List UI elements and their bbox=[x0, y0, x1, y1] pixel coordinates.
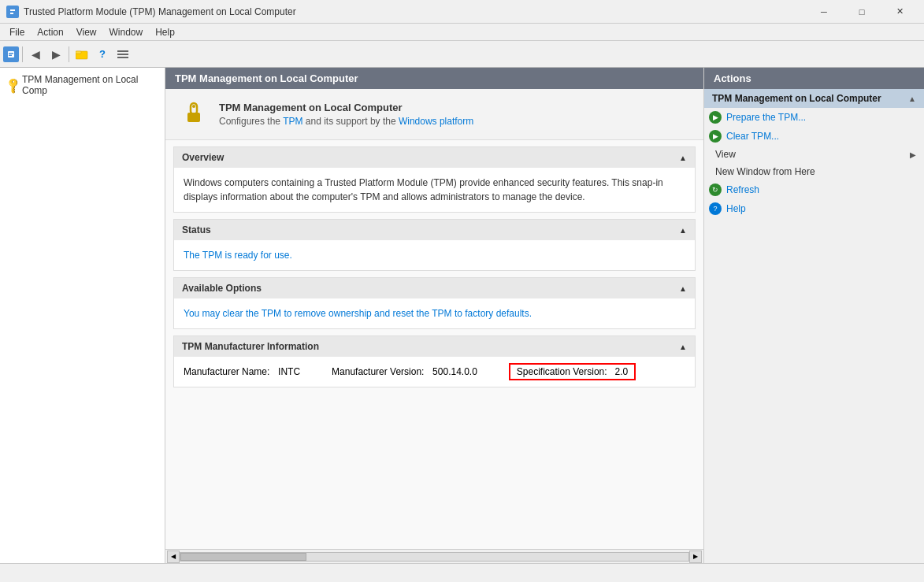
scroll-left-arrow[interactable]: ◀ bbox=[167, 550, 180, 563]
scroll-right-arrow[interactable]: ▶ bbox=[689, 550, 702, 563]
refresh-icon: ↻ bbox=[709, 183, 722, 196]
scrollbar-track[interactable] bbox=[180, 552, 689, 562]
menu-action[interactable]: Action bbox=[31, 24, 69, 41]
status-text: The TPM is ready for use. bbox=[184, 248, 685, 262]
scrollbar-thumb[interactable] bbox=[180, 553, 306, 561]
menu-help[interactable]: Help bbox=[149, 24, 181, 41]
manufacturer-section-header[interactable]: TPM Manufacturer Information ▲ bbox=[174, 336, 695, 357]
options-text: You may clear the TPM to remove ownershi… bbox=[184, 306, 685, 321]
menu-file[interactable]: File bbox=[3, 24, 31, 41]
status-section: Status ▲ The TPM is ready for use. bbox=[173, 219, 696, 271]
maximize-button[interactable]: □ bbox=[844, 4, 880, 20]
svg-rect-10 bbox=[117, 54, 128, 55]
app-icon bbox=[6, 6, 19, 18]
available-options-section-header[interactable]: Available Options ▲ bbox=[174, 278, 695, 298]
sidebar-item-tpm[interactable]: 🔑 TPM Management on Local Comp bbox=[0, 71, 165, 99]
title-bar: Trusted Platform Module (TPM) Management… bbox=[0, 0, 924, 24]
svg-rect-11 bbox=[117, 57, 128, 58]
back-button[interactable]: ◀ bbox=[26, 45, 45, 64]
view-label: View bbox=[715, 149, 736, 160]
list-btn[interactable] bbox=[113, 45, 132, 64]
manufacturer-collapse-icon: ▲ bbox=[679, 343, 687, 351]
svg-rect-0 bbox=[9, 8, 17, 16]
windows-platform-link[interactable]: Windows platform bbox=[399, 116, 473, 127]
menu-bar: File Action View Window Help bbox=[0, 24, 924, 41]
status-bar bbox=[0, 563, 924, 582]
forward-button[interactable]: ▶ bbox=[46, 45, 65, 64]
bottom-scrollbar: ◀ ▶ bbox=[165, 549, 703, 563]
prepare-tpm-label: Prepare the TPM... bbox=[726, 112, 806, 123]
spec-version-label: Specification Version: bbox=[517, 366, 612, 377]
main-container: 🔑 TPM Management on Local Comp TPM Manag… bbox=[0, 68, 924, 563]
tpm-header-icon bbox=[178, 98, 210, 130]
overview-collapse-icon: ▲ bbox=[679, 154, 687, 162]
actions-collapse-arrow: ▲ bbox=[908, 95, 916, 103]
question-btn[interactable]: ? bbox=[93, 45, 112, 64]
status-collapse-icon: ▲ bbox=[679, 226, 687, 235]
tpm-info-text: TPM Management on Local Computer Configu… bbox=[219, 102, 473, 127]
manufacturer-name-value: INTC bbox=[278, 366, 300, 377]
action-prepare-tpm[interactable]: ▶ Prepare the TPM... bbox=[704, 108, 924, 127]
minimize-button[interactable]: ─ bbox=[806, 4, 842, 20]
toolbar-separator-1 bbox=[22, 46, 23, 62]
sidebar-item-label: TPM Management on Local Comp bbox=[22, 74, 158, 96]
action-clear-tpm[interactable]: ▶ Clear TPM... bbox=[704, 127, 924, 146]
sidebar: 🔑 TPM Management on Local Comp bbox=[0, 68, 165, 563]
tpm-link[interactable]: TPM bbox=[283, 116, 302, 127]
manufacturer-version-item: Manufacturer Version: 500.14.0.0 bbox=[332, 366, 477, 377]
window-controls: ─ □ ✕ bbox=[806, 4, 918, 20]
svg-rect-2 bbox=[10, 13, 13, 14]
overview-section-content: Windows computers containing a Trusted P… bbox=[174, 168, 695, 212]
action-refresh[interactable]: ↻ Refresh bbox=[704, 180, 924, 199]
manufacturer-name-label: Manufacturer Name: bbox=[184, 366, 275, 377]
menu-window[interactable]: Window bbox=[103, 24, 150, 41]
prepare-tpm-icon: ▶ bbox=[709, 111, 722, 124]
svg-rect-5 bbox=[9, 53, 13, 54]
action-new-window[interactable]: New Window from Here bbox=[704, 163, 924, 180]
action-help[interactable]: ? Help bbox=[704, 199, 924, 218]
svg-rect-1 bbox=[10, 9, 15, 11]
content-body: TPM Management on Local Computer Configu… bbox=[165, 89, 703, 549]
status-section-header[interactable]: Status ▲ bbox=[174, 220, 695, 240]
view-submenu-arrow: ▶ bbox=[910, 150, 916, 159]
overview-text: Windows computers containing a Trusted P… bbox=[184, 176, 685, 204]
tpm-info-header: TPM Management on Local Computer Configu… bbox=[165, 89, 703, 140]
overview-section-header[interactable]: Overview ▲ bbox=[174, 147, 695, 168]
actions-section-title[interactable]: TPM Management on Local Computer ▲ bbox=[704, 89, 924, 108]
tpm-info-description: Configures the TPM and its support by th… bbox=[219, 116, 473, 127]
manufacturer-version-value: 500.14.0.0 bbox=[432, 366, 477, 377]
refresh-label: Refresh bbox=[726, 184, 759, 195]
toolbar-app-icon bbox=[3, 46, 19, 62]
manufacturer-version-label: Manufacturer Version: bbox=[332, 366, 429, 377]
svg-point-13 bbox=[192, 105, 195, 108]
action-view[interactable]: View ▶ bbox=[704, 146, 924, 163]
tpm-info-title: TPM Management on Local Computer bbox=[219, 102, 473, 113]
content-area: TPM Management on Local Computer TPM Man… bbox=[165, 68, 703, 563]
key-icon: 🔑 bbox=[6, 79, 19, 91]
status-section-content: The TPM is ready for use. bbox=[174, 240, 695, 270]
spec-version-value: 2.0 bbox=[615, 366, 629, 377]
toolbar: ◀ ▶ ? bbox=[0, 41, 924, 68]
svg-rect-4 bbox=[8, 51, 14, 57]
folder-button[interactable] bbox=[72, 45, 91, 64]
content-header: TPM Management on Local Computer bbox=[165, 68, 703, 89]
actions-panel: Actions TPM Management on Local Computer… bbox=[703, 68, 924, 563]
spec-version-item: Specification Version: 2.0 bbox=[509, 363, 636, 380]
available-options-section: Available Options ▲ You may clear the TP… bbox=[173, 277, 696, 329]
svg-rect-15 bbox=[192, 117, 195, 122]
close-button[interactable]: ✕ bbox=[881, 4, 918, 20]
manufacturer-name-item: Manufacturer Name: INTC bbox=[184, 366, 300, 377]
new-window-label: New Window from Here bbox=[715, 166, 815, 177]
available-options-section-content: You may clear the TPM to remove ownershi… bbox=[174, 298, 695, 328]
toolbar-separator-2 bbox=[69, 46, 69, 62]
svg-rect-8 bbox=[76, 51, 81, 54]
svg-rect-9 bbox=[117, 50, 128, 52]
spec-version-box: Specification Version: 2.0 bbox=[509, 363, 636, 380]
options-collapse-icon: ▲ bbox=[679, 284, 687, 293]
overview-section: Overview ▲ Windows computers containing … bbox=[173, 146, 696, 213]
help-label: Help bbox=[726, 203, 746, 214]
actions-panel-header: Actions bbox=[704, 68, 924, 89]
help-icon: ? bbox=[709, 202, 722, 215]
menu-view[interactable]: View bbox=[70, 24, 103, 41]
manufacturer-section: TPM Manufacturer Information ▲ Manufactu… bbox=[173, 335, 696, 387]
